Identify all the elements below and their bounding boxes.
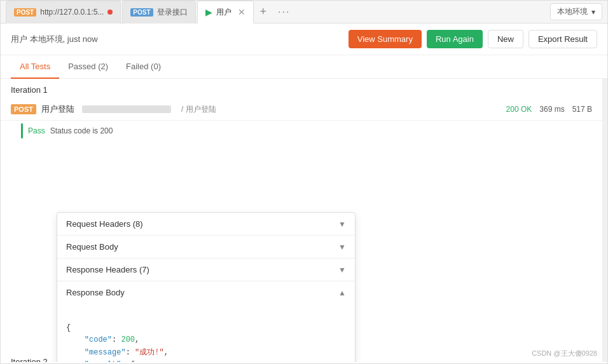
chevron-down-req-body: ▼ <box>338 243 346 252</box>
method-badge-post-blue: POST <box>130 8 153 17</box>
request-name-1: 用户登陆 <box>41 104 74 115</box>
time-1: 369 ms <box>539 105 564 114</box>
response-headers-section: Response Headers (7) ▼ <box>57 259 355 281</box>
run-again-button[interactable]: Run Again <box>427 30 483 48</box>
response-headers-toggle[interactable]: Response Headers (7) ▼ <box>57 259 355 281</box>
header-bar: 用户 本地环境, just now View Summary Run Again… <box>1 24 607 55</box>
response-body-label: Response Body <box>66 288 125 297</box>
tab-post-2[interactable]: POST 登录接口 <box>122 1 195 24</box>
header-title: 用户 本地环境, just now <box>11 34 98 45</box>
scrollbar-track[interactable] <box>602 79 607 362</box>
request-headers-count: (8) <box>133 219 143 229</box>
export-result-button[interactable]: Export Result <box>529 30 597 48</box>
tab-passed[interactable]: Passed (2) <box>59 55 117 79</box>
chevron-down-icon: ▾ <box>591 8 595 17</box>
test-tabs: All Tests Passed (2) Failed (0) <box>1 55 607 79</box>
tab-label-2: 登录接口 <box>157 7 188 18</box>
results-panel[interactable]: Iteration 1 POST 用户登陆 / 用户登陆 200 OK 369 … <box>1 79 602 362</box>
request-url-suffix-1: / 用户登陆 <box>181 104 216 115</box>
watermark: CSDN @王大傻0928 <box>532 349 597 358</box>
tab-user[interactable]: ▶ 用户 ✕ <box>197 1 254 24</box>
env-label: 本地环境 <box>557 6 588 17</box>
close-icon[interactable]: ✕ <box>238 7 245 17</box>
status-1: 200 OK <box>506 105 532 114</box>
tab-more-button[interactable]: ··· <box>273 6 295 18</box>
tab-add-button[interactable]: + <box>255 5 272 18</box>
response-headers-label: Response Headers (7) <box>66 265 149 274</box>
header-actions: View Summary Run Again New Export Result <box>349 30 597 48</box>
pass-text-1: Status code is 200 <box>50 126 113 135</box>
request-headers-section: Request Headers (8) ▼ <box>57 213 355 236</box>
tab-post-1[interactable]: POST http://127.0.0.1:5... <box>6 1 121 24</box>
request-body-toggle[interactable]: Request Body ▼ <box>57 236 355 258</box>
method-tag-post: POST <box>11 104 36 114</box>
response-body-code: { "code": 200, "message": "成功!", "result… <box>66 310 346 362</box>
response-headers-count: (7) <box>139 265 149 274</box>
chevron-down-req-headers: ▼ <box>338 220 346 229</box>
size-1: 517 B <box>572 105 592 114</box>
tab-all-tests[interactable]: All Tests <box>11 55 59 79</box>
dropdown-overlay: Request Headers (8) ▼ Request Body ▼ Res… <box>57 212 356 362</box>
pass-row-1: Pass Status code is 200 <box>1 121 602 141</box>
request-body-label: Request Body <box>66 242 118 252</box>
dot-red <box>107 10 113 15</box>
request-headers-label: Request Headers (8) <box>66 219 143 229</box>
pass-indicator-1 <box>21 123 23 138</box>
pass-label-1: Pass <box>28 126 45 135</box>
new-button[interactable]: New <box>488 30 523 48</box>
play-icon: ▶ <box>205 7 212 17</box>
iteration-1-header: Iteration 1 <box>1 79 602 98</box>
main-content: Iteration 1 POST 用户登陆 / 用户登陆 200 OK 369 … <box>1 79 607 362</box>
tab-label-3: 用户 <box>216 7 231 18</box>
response-body-content: { "code": 200, "message": "成功!", "result… <box>57 304 355 362</box>
response-body-section: Response Body ▲ { "code": 200, "message"… <box>57 281 355 362</box>
url-blurred-1 <box>82 105 171 113</box>
tab-bar: POST http://127.0.0.1:5... POST 登录接口 ▶ 用… <box>1 1 607 24</box>
response-body-toggle[interactable]: Response Body ▲ <box>57 281 355 304</box>
request-meta-1: 200 OK 369 ms 517 B <box>506 105 592 114</box>
chevron-up-res-body: ▲ <box>338 288 346 297</box>
method-badge-post: POST <box>14 8 36 17</box>
tab-failed[interactable]: Failed (0) <box>117 55 170 79</box>
request-row-1[interactable]: POST 用户登陆 / 用户登陆 200 OK 369 ms 517 B <box>1 98 602 121</box>
request-headers-toggle[interactable]: Request Headers (8) ▼ <box>57 213 355 235</box>
env-selector[interactable]: 本地环境 ▾ <box>550 3 602 20</box>
tab-label-1: http://127.0.0.1:5... <box>40 8 104 17</box>
chevron-down-res-headers: ▼ <box>338 266 346 274</box>
request-body-section: Request Body ▼ <box>57 236 355 259</box>
view-summary-button[interactable]: View Summary <box>349 30 422 48</box>
